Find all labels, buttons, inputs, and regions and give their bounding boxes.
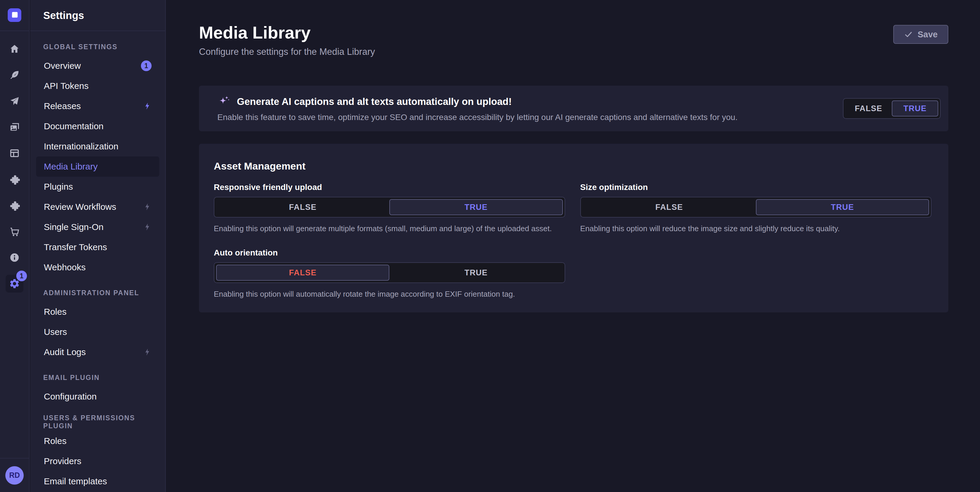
- rail-icon-list: 1: [0, 31, 29, 301]
- save-button[interactable]: Save: [893, 25, 948, 44]
- ai-banner-text: Generate AI captions and alt texts autom…: [217, 95, 738, 122]
- sidebar-item-label: Single Sign-On: [44, 222, 103, 232]
- sidebar-item-email-configuration[interactable]: Configuration: [36, 387, 159, 407]
- responsive-upload-toggle-false[interactable]: FALSE: [216, 199, 389, 215]
- page-subtitle: Configure the settings for the Media Lib…: [199, 46, 375, 57]
- sidebar-item-label: Media Library: [44, 161, 98, 172]
- sidebar-item-single-sign-on[interactable]: Single Sign-On: [36, 217, 159, 237]
- auto-orientation-toggle: FALSE TRUE: [214, 262, 565, 283]
- app-root: 1 RD Settings GLOBAL SETTINGS Overview 1…: [0, 0, 980, 492]
- page-header-text: Media Library Configure the settings for…: [199, 22, 375, 57]
- settings-icon[interactable]: 1: [6, 275, 23, 292]
- sidebar-item-label: Overview: [44, 61, 81, 71]
- plugin-icon[interactable]: [6, 171, 23, 188]
- home-icon[interactable]: [6, 40, 23, 58]
- logo-section: [0, 0, 29, 31]
- send-icon[interactable]: [6, 92, 23, 110]
- avatar[interactable]: RD: [5, 466, 24, 485]
- section-email-plugin: EMAIL PLUGIN Configuration: [30, 372, 165, 407]
- field-label: Auto orientation: [214, 248, 565, 257]
- sidebar-title: Settings: [43, 10, 84, 21]
- field-size-optimization: Size optimization FALSE TRUE Enabling th…: [580, 182, 932, 233]
- responsive-upload-toggle-true[interactable]: TRUE: [389, 199, 563, 215]
- lightning-icon: [143, 348, 151, 356]
- asset-management-title: Asset Management: [214, 160, 931, 172]
- sidebar-item-label: Providers: [44, 456, 81, 466]
- size-optimization-toggle-true[interactable]: TRUE: [756, 199, 929, 215]
- lightning-icon: [143, 102, 151, 110]
- check-icon: [904, 30, 913, 39]
- section-users-permissions-plugin: USERS & PERMISSIONS PLUGIN Roles Provide…: [30, 416, 165, 491]
- sidebar-item-media-library[interactable]: Media Library: [36, 157, 159, 177]
- sidebar-item-plugins[interactable]: Plugins: [36, 177, 159, 197]
- field-label: Size optimization: [580, 182, 932, 192]
- ai-caption-banner: Generate AI captions and alt texts autom…: [199, 86, 948, 131]
- auto-orientation-toggle-true[interactable]: TRUE: [389, 265, 563, 281]
- strapi-logo[interactable]: [8, 8, 21, 22]
- asset-fields-grid: Responsive friendly upload FALSE TRUE En…: [214, 182, 931, 299]
- sparkles-icon: [217, 95, 231, 109]
- section-global-settings: GLOBAL SETTINGS Overview 1 API Tokens Re…: [30, 41, 165, 278]
- main-content: Media Library Configure the settings for…: [166, 0, 980, 492]
- marketplace-icon[interactable]: [6, 223, 23, 240]
- sidebar-item-internationalization[interactable]: Internationalization: [36, 136, 159, 157]
- size-optimization-toggle: FALSE TRUE: [580, 197, 932, 217]
- sidebar-item-webhooks[interactable]: Webhooks: [36, 257, 159, 278]
- sidebar-item-documentation[interactable]: Documentation: [36, 116, 159, 136]
- sidebar-item-label: Audit Logs: [44, 347, 86, 357]
- sidebar-item-label: API Tokens: [44, 81, 89, 91]
- strapi-logo-icon: [8, 8, 21, 22]
- ai-caption-toggle-true[interactable]: TRUE: [892, 101, 938, 117]
- settings-notification-badge: 1: [16, 271, 27, 281]
- sidebar-item-users[interactable]: Users: [36, 322, 159, 342]
- info-icon[interactable]: [6, 249, 23, 267]
- field-label: Responsive friendly upload: [214, 182, 565, 192]
- sidebar-item-label: Review Workflows: [44, 202, 116, 212]
- field-responsive-friendly-upload: Responsive friendly upload FALSE TRUE En…: [214, 182, 565, 233]
- overview-badge: 1: [141, 61, 151, 71]
- ai-caption-toggle: FALSE TRUE: [843, 98, 940, 119]
- field-auto-orientation: Auto orientation FALSE TRUE Enabling thi…: [214, 248, 565, 299]
- sidebar-item-releases[interactable]: Releases: [36, 96, 159, 116]
- sidebar-nav: GLOBAL SETTINGS Overview 1 API Tokens Re…: [30, 31, 165, 491]
- sidebar-item-up-roles[interactable]: Roles: [36, 431, 159, 451]
- lightning-icon: [143, 223, 151, 231]
- sidebar-item-overview[interactable]: Overview 1: [36, 56, 159, 76]
- size-optimization-toggle-false[interactable]: FALSE: [583, 199, 756, 215]
- page-header: Media Library Configure the settings for…: [199, 0, 948, 57]
- sidebar-item-transfer-tokens[interactable]: Transfer Tokens: [36, 237, 159, 257]
- field-description: Enabling this option will reduce the ima…: [580, 224, 932, 233]
- plugin-alt-icon[interactable]: [6, 196, 23, 214]
- sidebar-item-review-workflows[interactable]: Review Workflows: [36, 197, 159, 217]
- ai-banner-description: Enable this feature to save time, optimi…: [217, 113, 738, 122]
- field-description: Enabling this option will automatically …: [214, 289, 565, 299]
- sidebar-item-providers[interactable]: Providers: [36, 451, 159, 471]
- save-button-label: Save: [918, 30, 938, 40]
- sidebar-item-label: Webhooks: [44, 262, 86, 272]
- settings-sidebar-header: Settings: [30, 0, 165, 31]
- sidebar-item-label: Email templates: [44, 476, 107, 486]
- section-label: ADMINISTRATION PANEL: [43, 287, 165, 299]
- section-label: USERS & PERMISSIONS PLUGIN: [43, 416, 165, 428]
- sidebar-item-label: Roles: [44, 436, 67, 446]
- content-type-builder-icon[interactable]: [6, 144, 23, 162]
- auto-orientation-toggle-false[interactable]: FALSE: [216, 265, 389, 281]
- sidebar-item-label: Transfer Tokens: [44, 242, 107, 252]
- field-description: Enabling this option will generate multi…: [214, 224, 565, 233]
- sidebar-item-audit-logs[interactable]: Audit Logs: [36, 342, 159, 362]
- ai-caption-toggle-false[interactable]: FALSE: [845, 101, 892, 117]
- section-label: GLOBAL SETTINGS: [43, 41, 165, 53]
- sidebar-item-api-tokens[interactable]: API Tokens: [36, 76, 159, 96]
- media-library-icon[interactable]: [6, 118, 23, 136]
- page-title: Media Library: [199, 22, 375, 42]
- content-manager-icon[interactable]: [6, 66, 23, 84]
- sidebar-item-label: Users: [44, 327, 67, 337]
- lightning-icon: [143, 203, 151, 211]
- settings-sidebar: Settings GLOBAL SETTINGS Overview 1 API …: [30, 0, 166, 492]
- sidebar-item-admin-roles[interactable]: Roles: [36, 302, 159, 322]
- sidebar-item-email-templates[interactable]: Email templates: [36, 471, 159, 491]
- sidebar-item-label: Roles: [44, 307, 67, 317]
- sidebar-item-label: Documentation: [44, 121, 103, 131]
- icon-rail: 1 RD: [0, 0, 30, 492]
- rail-bottom: RD: [0, 458, 29, 492]
